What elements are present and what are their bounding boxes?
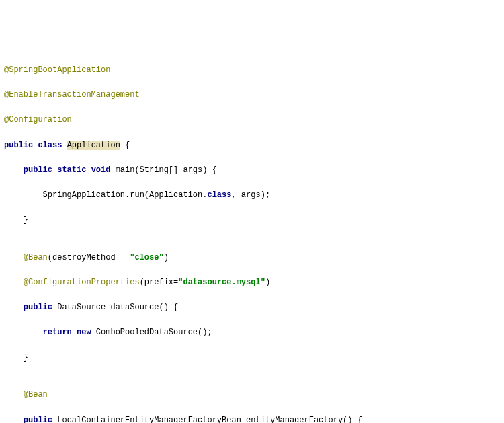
code-line: public class Application { — [4, 139, 504, 152]
text: , args); — [231, 190, 270, 200]
annotation: @Configuration — [4, 115, 72, 124]
code-line: SpringApplication.run(Application.class,… — [4, 189, 504, 202]
text: ) — [265, 278, 270, 287]
code-line: } — [4, 352, 504, 364]
code-line: @Bean — [4, 389, 504, 401]
annotation: @Bean — [24, 253, 48, 262]
annotation: @Bean — [24, 390, 48, 399]
annotation: @SpringBootApplication — [4, 65, 110, 75]
indent — [4, 416, 24, 423]
code-line: @SpringBootApplication — [4, 64, 504, 77]
text: ) — [164, 253, 169, 262]
keyword: return new — [43, 328, 96, 337]
text: (destroyMethod = — [48, 253, 130, 262]
indent — [4, 353, 24, 362]
code-line: @ConfigurationProperties(prefix="datasou… — [4, 276, 504, 289]
keyword: public — [24, 303, 57, 312]
code-line: public LocalContainerEntityManagerFactor… — [4, 414, 504, 423]
code-line: return new ComboPooledDataSource(); — [4, 326, 504, 339]
code-line: } — [4, 214, 504, 227]
code-editor[interactable]: @SpringBootApplication @EnableTransactio… — [4, 51, 504, 423]
indent — [4, 215, 24, 225]
text: { — [120, 141, 130, 150]
code-line: public static void main(String[] args) { — [4, 164, 504, 177]
code-line: @EnableTransactionManagement — [4, 89, 504, 102]
indent — [4, 278, 24, 287]
text: (prefix= — [140, 278, 179, 287]
string: "datasource.mysql" — [178, 278, 265, 287]
text: LocalContainerEntityManagerFactoryBean e… — [57, 416, 362, 423]
code-line: @Bean(destroyMethod = "close") — [4, 252, 504, 264]
text: ComboPooledDataSource(); — [96, 328, 212, 337]
text: main(String[] args) { — [116, 165, 217, 175]
text: DataSource dataSource() { — [57, 303, 178, 312]
code-line: public DataSource dataSource() { — [4, 301, 504, 314]
annotation: @ConfigurationProperties — [24, 278, 140, 287]
text: } — [24, 353, 28, 362]
code-line: @Configuration — [4, 114, 504, 126]
keyword: public static void — [24, 165, 116, 175]
indent — [4, 303, 24, 312]
indent — [4, 253, 24, 262]
string: "close" — [130, 253, 163, 262]
annotation: @EnableTransactionManagement — [4, 90, 140, 100]
text: SpringApplication.run(Application. — [43, 190, 208, 200]
keyword: public class — [4, 141, 67, 150]
indent — [4, 390, 24, 399]
keyword: class — [207, 190, 231, 200]
indent — [4, 190, 43, 200]
indent — [4, 328, 43, 337]
class-name: Application — [67, 141, 120, 150]
indent — [4, 165, 24, 175]
keyword: public — [24, 416, 57, 423]
text: } — [24, 215, 28, 225]
